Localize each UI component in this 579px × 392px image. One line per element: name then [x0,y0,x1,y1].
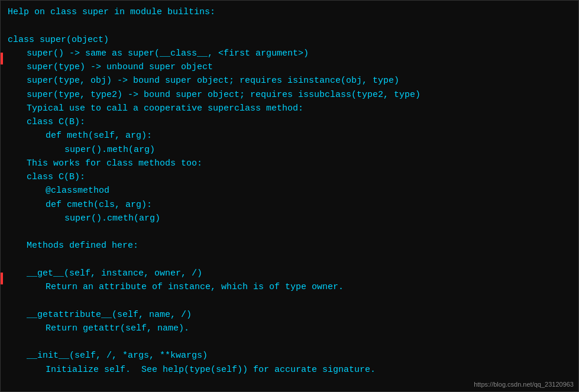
line-class-def: class super(object) [8,33,571,47]
line-class-c-2: class C(B): [8,170,571,184]
line-blank-1 [8,19,571,33]
line-1: Help on class super in module builtins: [8,5,571,19]
line-blank-5 [8,335,571,349]
line-classmethod: @classmethod [8,184,571,197]
line-super-3: super(type, obj) -> bound super object; … [8,74,571,88]
line-init-sig: __init__(self, /, *args, **kwargs) [8,349,571,362]
line-blank-4 [8,294,571,307]
line-super-4: super(type, type2) -> bound super object… [8,88,571,102]
red-marker-top [1,53,3,64]
line-blank-3 [8,253,571,267]
line-super-cmeth: super().cmeth(arg) [8,212,571,225]
terminal-window: Help on class super in module builtins: … [0,0,579,392]
watermark: https://blog.csdn.net/qq_23120963 [474,381,574,388]
line-methods-defined: Methods defined here: [8,239,571,252]
line-super-meth: super().meth(arg) [8,143,571,157]
line-super-1: super() -> same as super(__class__, <fir… [8,47,571,60]
line-get-sig: __get__(self, instance, owner, /) [8,267,571,280]
line-def-cmeth: def cmeth(cls, arg): [8,198,571,212]
line-class-methods-too: This works for class methods too: [8,157,571,170]
line-blank-2 [8,225,571,239]
line-init-doc: Initialize self. See help(type(self)) fo… [8,363,571,377]
line-def-meth: def meth(self, arg): [8,129,571,142]
line-get-doc: Return an attribute of instance, which i… [8,280,571,294]
line-getattribute-doc: Return getattr(self, name). [8,322,571,335]
line-typical-use: Typical use to call a cooperative superc… [8,102,571,115]
line-getattribute-sig: __getattribute__(self, name, /) [8,308,571,322]
line-super-2: super(type) -> unbound super object [8,60,571,74]
red-marker-bottom [1,273,3,284]
line-class-c-1: class C(B): [8,115,571,129]
